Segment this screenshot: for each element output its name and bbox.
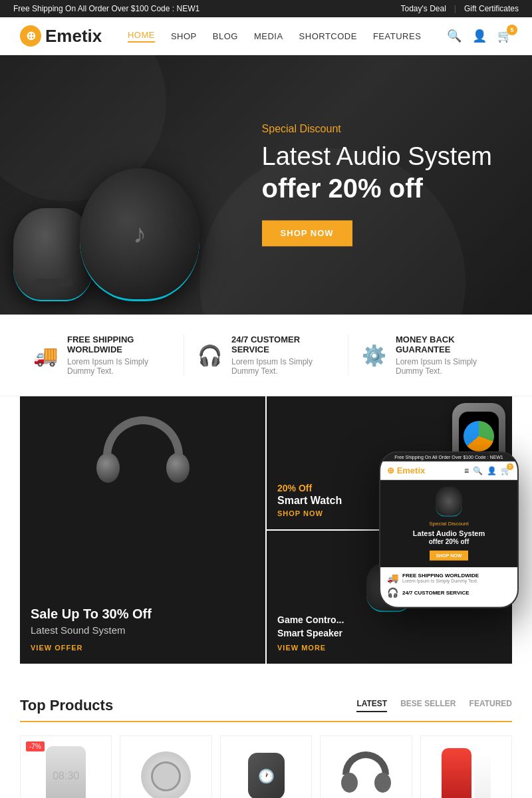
phone-back-shape (474, 753, 491, 799)
hp-cups (96, 453, 190, 483)
cart-wrapper[interactable]: 🛒 5 (497, 29, 512, 43)
guarantee-icon: ⚙️ (362, 344, 386, 367)
discount-badge-1: -7% (26, 741, 45, 751)
products-row: -7% 08:30 ★★★★★ Excep tour sint onetd oc… (20, 735, 512, 798)
topbar-deals-link[interactable]: Today's Deal (401, 4, 446, 13)
product-card-3: 🕐 ★★★★★ laboris nisi ut aliquip ex ea (220, 735, 312, 798)
watch-shape: 🕐 (248, 753, 285, 798)
product-img-4 (327, 743, 404, 798)
phone-shape-wrapper (442, 748, 491, 799)
logo[interactable]: ⊕ Emetix (20, 25, 102, 47)
phone-menu-icon: ≡ (464, 466, 469, 475)
product-img-5 (428, 743, 505, 798)
hp-cup-right (166, 453, 190, 483)
hero-title: Latest Audio System offer 20% off (262, 142, 492, 204)
hero-content: Special Discount Latest Audio System off… (262, 123, 492, 246)
phone-header: ⊕ Emetix ≡ 🔍 👤 🛒 5 (380, 462, 517, 480)
phone-topbar: Free Shipping On All Order Over $100 Cod… (380, 453, 517, 462)
topbar-gift-link[interactable]: Gift Certificates (464, 4, 519, 13)
headphone-visual (96, 416, 190, 516)
game-title: Game Contro... (277, 614, 501, 625)
topbar-divider: | (454, 4, 456, 13)
header-icons: 🔍 👤 🛒 5 (447, 29, 512, 43)
phone-feature-shipping: 🚚 FREE SHIPPING WORLDWIDE Lorem Ipsum Is… (387, 573, 511, 583)
product-card-2: ★★★★★ sunt in culpa qui deserunt (120, 735, 211, 798)
phone-speaker (436, 487, 462, 517)
product-card-1: -7% 08:30 ★★★★★ Excep tour sint onetd oc… (20, 735, 112, 798)
nav-home[interactable]: HOME (128, 30, 155, 43)
top-products-tabs: LATEST BESE SELLER FEATURED (356, 699, 512, 712)
camera-shape (141, 751, 191, 799)
watch-shop-link[interactable]: SHOP NOW (277, 509, 323, 517)
search-icon[interactable]: 🔍 (447, 29, 462, 43)
phone-logo: ⊕ Emetix (387, 466, 425, 475)
speaker-main-product (80, 168, 200, 301)
phone-search-icon: 🔍 (473, 466, 483, 475)
grid-item-headphone: Sale Up To 30% Off Latest Sound System V… (20, 396, 265, 664)
nav-shop[interactable]: SHOP (171, 31, 197, 41)
topbar-shipping-text: Free Shipping On All Order Over $100 Cod… (13, 4, 200, 13)
hero-products (0, 62, 299, 315)
camera-lens (151, 761, 181, 791)
logo-icon: ⊕ (20, 25, 41, 47)
phone-feature-shipping-text: FREE SHIPPING WORLDWIDE Lorem Ipsum Is S… (402, 573, 479, 583)
nav-media[interactable]: MEDIA (254, 31, 283, 41)
product-grid-section: Sale Up To 30% Off Latest Sound System V… (20, 396, 512, 664)
view-more-link[interactable]: VIEW MORE (277, 644, 326, 652)
phone-truck-icon: 🚚 (387, 573, 398, 583)
top-products-section: Top Products LATEST BESE SELLER FEATURED… (0, 684, 532, 798)
feature-moneyback-text: MONEY BACK GUARANTEE Lorem Ipsum Is Simp… (396, 334, 499, 376)
product-card-5: ★★★★★ quis nostrud ation ullam (420, 735, 512, 798)
feature-moneyback: ⚙️ MONEY BACK GUARANTEE Lorem Ipsum Is S… (348, 334, 512, 376)
phone-features: 🚚 FREE SHIPPING WORLDWIDE Lorem Ipsum Is… (380, 567, 517, 607)
headset-icon: 🎧 (198, 344, 222, 367)
top-products-title: Top Products (20, 697, 113, 714)
speaker-shape: 08:30 (46, 746, 86, 798)
tab-featured[interactable]: FEATURED (469, 699, 512, 712)
hp-cup-left (96, 453, 120, 483)
headphone-subtitle: Latest Sound System (31, 624, 255, 636)
phone-feature-service-text: 24/7 CUSTOMER SERVICE (402, 590, 469, 596)
nav-blog[interactable]: BLOG (213, 31, 238, 41)
features-bar: 🚚 FREE SHIPPING WORLDWIDE Lorem Ipsum Is… (0, 315, 532, 396)
topbar-right: Today's Deal | Gift Certificates (401, 4, 519, 13)
phone-hero-offer: offer 20% off (387, 538, 511, 545)
tab-best-seller[interactable]: BESE SELLER (400, 699, 456, 712)
phone-shop-btn[interactable]: SHOP NOW (430, 551, 469, 561)
product-img-3: 🕐 (227, 743, 305, 798)
header: ⊕ Emetix HOME SHOP BLOG MEDIA SHORTCODE … (0, 17, 532, 55)
phone-headset-icon: 🎧 (387, 587, 398, 598)
nav-features[interactable]: FEATURES (373, 31, 421, 41)
phone-cart-icon: 🛒 5 (501, 466, 511, 475)
hero-shop-now-button[interactable]: SHOP NOW (262, 221, 352, 247)
product-img-2 (127, 743, 204, 798)
watch-ring (464, 421, 494, 452)
headphone-title: Sale Up To 30% Off (31, 606, 255, 622)
headphone-info: Sale Up To 30% Off Latest Sound System V… (31, 606, 255, 653)
phone-hero-title: Latest Audio System (387, 529, 511, 538)
tab-latest[interactable]: LATEST (356, 699, 387, 712)
feature-service: 🎧 24/7 CUSTOMER SERVICE Lorem Ipsum Is S… (184, 334, 348, 376)
phone-feature-service: 🎧 24/7 CUSTOMER SERVICE (387, 587, 511, 598)
phone-hero-subtitle: Special Discount (387, 521, 511, 527)
product-card-4: ★★★★★ culpa qui officia mollit (320, 735, 412, 798)
main-nav: HOME SHOP BLOG MEDIA SHORTCODE FEATURES (128, 30, 421, 43)
phone-shape (442, 748, 471, 799)
phone-nav-icons: ≡ 🔍 👤 🛒 5 (464, 466, 511, 475)
phone-user-icon: 👤 (487, 466, 497, 475)
nav-shortcode[interactable]: SHORTCODE (299, 31, 357, 41)
top-products-header: Top Products LATEST BESE SELLER FEATURED (20, 697, 512, 722)
feature-shipping-text: FREE SHIPPING WORLDWIDE Lorem Ipsum Is S… (67, 334, 170, 376)
hero-banner: Special Discount Latest Audio System off… (0, 55, 532, 315)
feature-service-text: 24/7 CUSTOMER SERVICE Lorem Ipsum Is Sim… (231, 334, 334, 376)
hp-band (103, 416, 183, 456)
speaker-info: Game Contro... Smart Speaker VIEW MORE (277, 614, 501, 653)
phone-hero: Special Discount Latest Audio System off… (380, 480, 517, 567)
feature-shipping: 🚚 FREE SHIPPING WORLDWIDE Lorem Ipsum Is… (20, 334, 184, 376)
top-bar: Free Shipping On All Order Over $100 Cod… (0, 0, 532, 17)
view-offer-link[interactable]: VIEW OFFER (31, 644, 82, 652)
speaker-title: Smart Speaker (277, 628, 501, 638)
truck-icon: 🚚 (33, 344, 58, 367)
phone-cart-badge: 5 (507, 463, 513, 469)
user-icon[interactable]: 👤 (472, 29, 487, 43)
